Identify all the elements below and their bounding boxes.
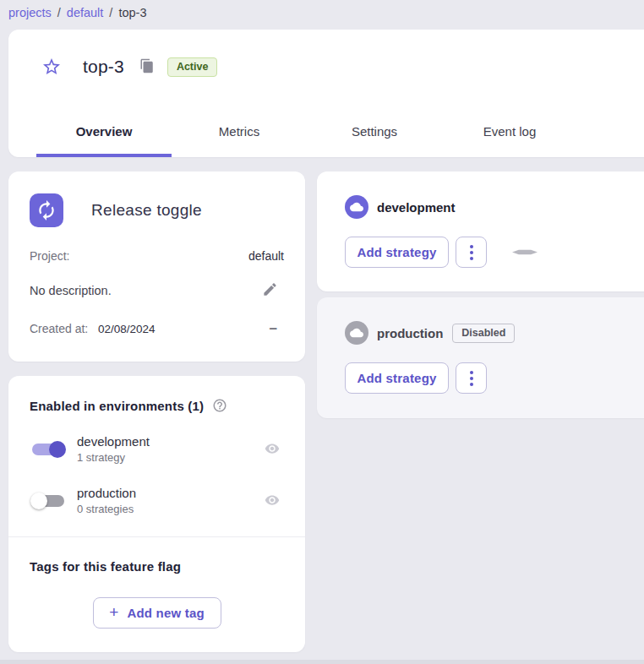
environment-panel-name: production <box>377 326 443 340</box>
plus-icon: + <box>109 603 118 622</box>
production-toggle[interactable] <box>30 491 67 511</box>
environment-name: development <box>77 433 264 450</box>
favorite-button[interactable] <box>41 56 63 78</box>
tab-overview[interactable]: Overview <box>36 105 172 157</box>
more-actions-button[interactable] <box>456 362 487 394</box>
tab-settings[interactable]: Settings <box>307 105 442 157</box>
tab-metrics[interactable]: Metrics <box>172 105 307 157</box>
environment-panel-name: development <box>377 200 456 215</box>
environments-card: Enabled in environments (1) development … <box>8 376 305 652</box>
flag-details-card: Release toggle Project: default No descr… <box>8 171 305 362</box>
environments-card-title: Enabled in environments (1) <box>30 399 204 413</box>
feature-flag-page: projects / default / top-3 top-3 Active … <box>0 0 644 664</box>
breadcrumb-current: top-3 <box>118 6 146 19</box>
environments-card-header: Enabled in environments (1) <box>30 398 284 413</box>
add-strategy-button[interactable]: Add strategy <box>345 237 449 268</box>
breadcrumb-separator: / <box>109 6 112 19</box>
help-icon <box>212 398 227 413</box>
tab-event-log[interactable]: Event log <box>442 105 577 157</box>
release-toggle-icon <box>30 193 63 227</box>
environment-row-production: production 0 strategies <box>30 485 284 516</box>
help-button[interactable] <box>212 398 227 413</box>
add-new-tag-label: Add new tag <box>127 606 204 620</box>
tab-bar: Overview Metrics Settings Event log <box>36 105 577 157</box>
tags-section: Tags for this feature flag + Add new tag <box>30 537 284 629</box>
separator-icon <box>512 248 538 257</box>
kebab-icon <box>470 371 473 374</box>
edit-description-button[interactable] <box>260 281 279 300</box>
autorenew-icon <box>35 199 57 221</box>
cloud-icon <box>350 200 363 214</box>
flag-header: top-3 Active <box>8 30 644 104</box>
flag-type-row: Release toggle <box>30 193 284 227</box>
breadcrumb-link-projects[interactable]: projects <box>8 6 52 19</box>
status-badge: Active <box>167 57 218 77</box>
development-toggle[interactable] <box>30 439 67 460</box>
environment-strategy-count: 0 strategies <box>77 502 264 517</box>
environment-avatar <box>345 321 368 345</box>
cloud-icon <box>350 326 363 340</box>
description-row: No description. <box>30 281 284 300</box>
project-value: default <box>248 249 284 263</box>
next-section-edge <box>0 660 644 664</box>
kebab-icon <box>470 245 473 248</box>
project-row: Project: default <box>30 249 284 263</box>
page-title: top-3 <box>83 57 124 77</box>
collapse-details-button[interactable]: – <box>270 324 277 333</box>
tags-section-title: Tags for this feature flag <box>30 559 284 574</box>
more-actions-button[interactable] <box>456 237 487 268</box>
environment-name: production <box>77 485 264 502</box>
created-at-label: Created at: <box>30 322 88 335</box>
breadcrumb-link-default[interactable]: default <box>67 6 104 19</box>
created-at-row: Created at: 02/08/2024 – <box>30 322 284 335</box>
pencil-icon <box>262 281 278 297</box>
environment-avatar <box>345 195 368 219</box>
production-panel-header: production Disabled <box>345 321 644 345</box>
copy-icon <box>139 58 155 73</box>
star-icon <box>41 57 62 77</box>
created-at-value: 02/08/2024 <box>98 323 156 335</box>
copy-name-button[interactable] <box>139 58 156 75</box>
description-text: No description. <box>30 284 112 297</box>
production-panel-actions: Add strategy <box>345 362 644 394</box>
add-strategy-button[interactable]: Add strategy <box>345 362 449 394</box>
flag-type-label: Release toggle <box>91 201 202 220</box>
production-environment-panel: production Disabled Add strategy <box>317 297 644 418</box>
project-label: Project: <box>30 249 69 263</box>
flag-header-card: top-3 Active Overview Metrics Settings E… <box>8 30 644 157</box>
visibility-icon[interactable] <box>264 493 281 509</box>
environment-strategy-count: 1 strategy <box>77 450 264 465</box>
disabled-badge: Disabled <box>452 324 515 343</box>
environment-row-development: development 1 strategy <box>30 433 284 465</box>
development-panel-actions: Add strategy <box>345 237 644 268</box>
add-new-tag-button[interactable]: + Add new tag <box>93 597 221 629</box>
visibility-icon[interactable] <box>264 441 281 458</box>
development-environment-panel: development Add strategy <box>317 171 644 291</box>
breadcrumb: projects / default / top-3 <box>8 3 146 23</box>
development-panel-header: development <box>345 195 644 219</box>
breadcrumb-separator: / <box>57 6 61 19</box>
